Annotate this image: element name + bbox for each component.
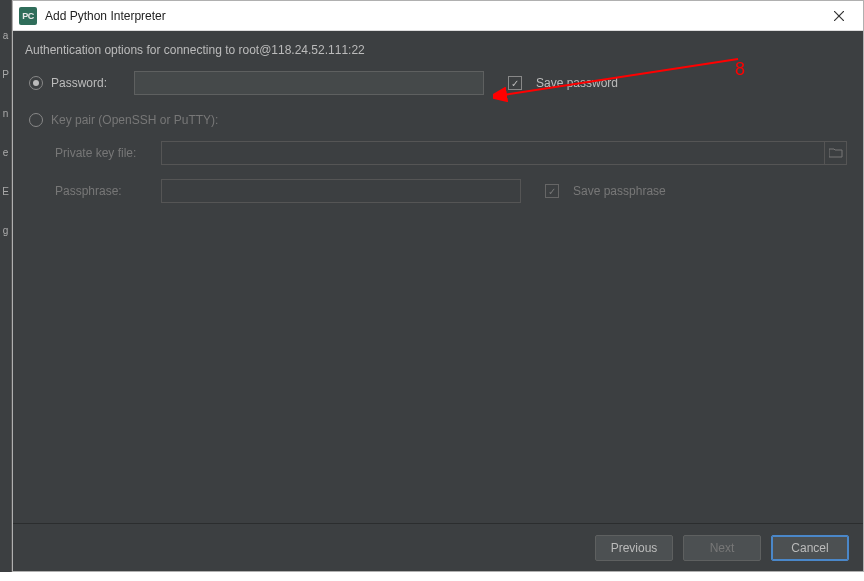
save-passphrase-label: Save passphrase: [573, 184, 666, 198]
password-option-row: Password: Save password: [25, 71, 847, 95]
dialog-content: Authentication options for connecting to…: [13, 31, 863, 523]
add-interpreter-dialog: PC Add Python Interpreter Authentication…: [12, 0, 864, 572]
ide-background-bottom: [0, 572, 864, 581]
titlebar: PC Add Python Interpreter: [13, 1, 863, 31]
annotation-number: 8: [735, 59, 745, 80]
save-password-label: Save password: [536, 76, 618, 90]
private-key-row: Private key file:: [25, 141, 847, 165]
close-button[interactable]: [819, 2, 859, 30]
passphrase-input: [161, 179, 521, 203]
dialog-footer: Previous Next Cancel: [13, 523, 863, 571]
keypair-radio[interactable]: [29, 113, 43, 127]
password-input[interactable]: [134, 71, 484, 95]
private-key-label: Private key file:: [55, 146, 153, 160]
keypair-label: Key pair (OpenSSH or PuTTY):: [51, 113, 218, 127]
pycharm-icon: PC: [19, 7, 37, 25]
next-button[interactable]: Next: [683, 535, 761, 561]
previous-button[interactable]: Previous: [595, 535, 673, 561]
password-label: Password:: [51, 76, 126, 90]
passphrase-row: Passphrase: Save passphrase: [25, 179, 847, 203]
passphrase-label: Passphrase:: [55, 184, 153, 198]
window-title: Add Python Interpreter: [45, 9, 819, 23]
save-password-checkbox[interactable]: [508, 76, 522, 90]
browse-folder-icon: [825, 141, 847, 165]
auth-header-label: Authentication options for connecting to…: [25, 43, 847, 57]
ide-background-stripe: aPneEg: [0, 0, 12, 581]
keypair-option-row: Key pair (OpenSSH or PuTTY):: [25, 113, 847, 127]
cancel-button[interactable]: Cancel: [771, 535, 849, 561]
close-icon: [834, 11, 844, 21]
save-passphrase-checkbox: [545, 184, 559, 198]
password-radio[interactable]: [29, 76, 43, 90]
private-key-input: [161, 141, 825, 165]
